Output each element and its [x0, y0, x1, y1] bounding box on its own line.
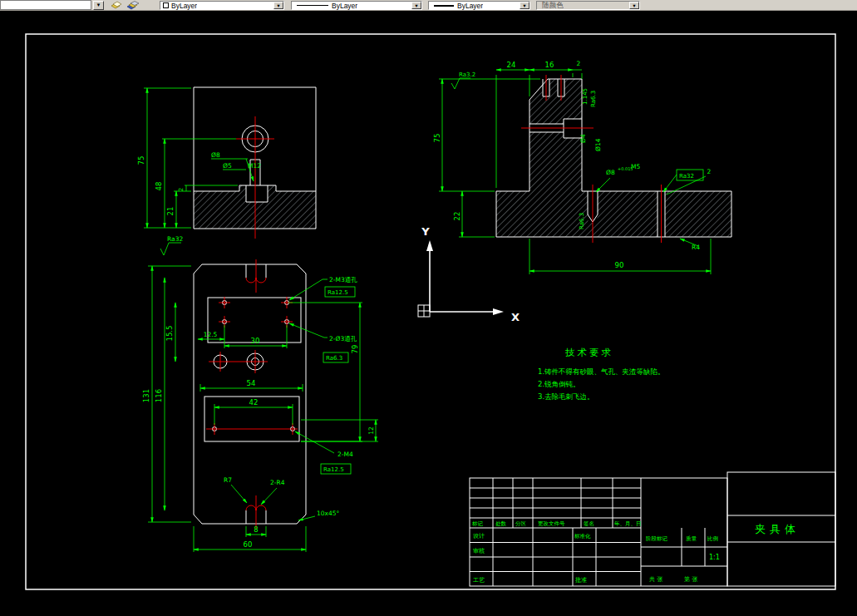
tb-scale-value: 1:1	[709, 554, 720, 561]
tb-craft: 工艺	[473, 577, 485, 584]
label-dia14: Ø14	[594, 138, 602, 151]
tb-count: 处数	[495, 520, 507, 527]
dim-42: 42	[249, 398, 259, 407]
color-value: ByLayer	[171, 2, 197, 10]
dim-75-section: 75	[433, 134, 441, 143]
label-ra6-3-top: Ra6.3	[590, 91, 597, 107]
label-dia8-m5: Ø8	[606, 169, 615, 176]
dim-12: 12	[367, 426, 375, 435]
tb-sign: 签名	[584, 520, 594, 527]
ucs-y-arrow-icon	[426, 240, 433, 251]
ucs-x-label: X	[511, 311, 520, 323]
part-name: 夹具体	[755, 523, 800, 535]
tb-check: 审核	[473, 548, 485, 554]
ucs-icon: Y X	[418, 225, 520, 323]
tb-design: 设计	[473, 533, 485, 540]
surface-finish-icon	[451, 78, 470, 89]
plotstyle-value: 随颜色	[542, 1, 564, 11]
tech-req-item-2: 2.锐角倒钝。	[538, 380, 580, 388]
dim-30: 30	[251, 337, 260, 345]
linetype-control-combo[interactable]: ByLayer ▼	[291, 1, 422, 10]
label-dia8: Ø8	[211, 151, 220, 159]
label-r7: R7	[224, 476, 232, 484]
tb-date: 年、月、日	[614, 520, 642, 527]
label-ra32: Ra32	[167, 235, 183, 243]
dim-2-slot: 2	[707, 168, 712, 175]
tb-mark: 标记	[471, 520, 484, 527]
dim-15-5: 15.5	[165, 326, 174, 342]
label-ra6-3: Ra6.3	[326, 355, 342, 362]
plan-view: 131 116 15.5 12.5 30 54 42 12 79 8 60 2-…	[142, 259, 378, 552]
label-2-m4: 2-M4	[337, 451, 353, 458]
lineweight-combo-arrow-icon[interactable]: ▼	[520, 2, 529, 9]
tech-req-title: 技术要求	[564, 347, 613, 358]
toolbar-dropdown-arrow[interactable]: ▼	[93, 1, 104, 10]
label-2-m3: 2-M3通孔	[329, 276, 357, 283]
label-m5: M5	[631, 163, 640, 170]
linetype-value: ByLayer	[332, 2, 357, 10]
dim-116: 116	[155, 389, 163, 402]
linetype-sample	[297, 5, 328, 6]
dim-48: 48	[155, 182, 163, 191]
front-view: 75 48 21 2 Ø8 Ø5 M12 Ra32	[137, 87, 316, 255]
tb-stage: 阶段标记	[646, 535, 668, 542]
object-properties-toolbar: ▼ ByLayer ▼ ByLayer ▼ ByLayer ▼ 随颜色 ▼	[0, 0, 857, 11]
tb-standard: 标准化	[574, 533, 591, 540]
label-dia5: Ø5	[223, 162, 232, 170]
label-ra3-2: Ra3.2	[459, 71, 475, 78]
section-view: 24 16 2 Ra3.2 75 22 90 1.145 Ra6.3 Ø4 Ø1…	[433, 60, 731, 274]
linetype-combo-arrow-icon[interactable]: ▼	[411, 2, 421, 9]
color-combo-arrow-icon[interactable]: ▼	[273, 2, 283, 9]
tech-req-item-1: 1.铸件不得有砂眼、气孔、夹渣等缺陷。	[538, 367, 665, 376]
dim-21: 21	[166, 207, 175, 216]
title-block: 标记 处数 分区 更改文件号 签名 年、月、日 设计 标准化 审核 工艺 批准 …	[470, 472, 835, 586]
tb-zone: 分区	[515, 520, 527, 527]
dim-2-top: 2	[577, 60, 581, 67]
surface-finish-icon	[160, 243, 181, 255]
tb-approve: 批准	[575, 577, 587, 584]
dim-54: 54	[247, 379, 256, 387]
layers-icon[interactable]	[126, 1, 139, 10]
label-1145: 1.145	[582, 88, 589, 105]
tb-sheets: 共 张	[649, 576, 662, 583]
tb-scale-label: 比例	[707, 535, 718, 542]
dim-79: 79	[351, 345, 359, 354]
tech-req-item-3: 3.去除毛刺飞边。	[538, 392, 594, 401]
color-swatch	[163, 2, 169, 8]
drawing-canvas[interactable]: 75 48 21 2 Ø8 Ø5 M12 Ra32	[0, 0, 857, 616]
tb-sheet-no: 第 张	[684, 576, 697, 583]
dim-2: 2	[178, 188, 185, 191]
layer-control-remnant[interactable]	[0, 0, 91, 10]
label-ra12-5-b: Ra12.5	[323, 466, 344, 473]
plotstyle-control-combo: 随颜色 ▼	[536, 1, 640, 10]
label-r4: R4	[692, 244, 700, 251]
label-chamfer: 10x45°	[317, 510, 340, 517]
lineweight-control-combo[interactable]: ByLayer ▼	[428, 1, 530, 10]
label-2-r4: 2-R4	[270, 479, 285, 486]
dim-75: 75	[137, 156, 145, 165]
lineweight-sample	[434, 5, 454, 7]
plotstyle-combo-arrow-icon: ▼	[629, 2, 639, 9]
cad-application-window: { "toolbar": { "color": "ByLayer", "line…	[0, 0, 857, 616]
color-control-combo[interactable]: ByLayer ▼	[160, 1, 284, 10]
dim-12-5: 12.5	[204, 331, 218, 338]
ucs-x-arrow-icon	[493, 308, 504, 315]
label-ra12-5-a: Ra12.5	[328, 289, 348, 296]
make-layer-current-icon[interactable]	[110, 1, 122, 10]
tb-doc: 更改文件号	[538, 520, 565, 527]
label-ra32-box: Ra32	[679, 173, 694, 180]
tb-weight: 质量	[686, 535, 697, 542]
dim-8: 8	[254, 525, 258, 534]
dim-60: 60	[244, 540, 253, 549]
dim-90: 90	[615, 261, 624, 269]
label-dia4: Ø4	[579, 134, 587, 143]
dim-131: 131	[142, 389, 150, 402]
label-2-dia3: 2-Ø3通孔	[329, 335, 357, 342]
dim-22: 22	[453, 212, 461, 221]
label-ra6-3-hole: Ra6.3	[579, 213, 585, 229]
lineweight-value: ByLayer	[457, 2, 483, 10]
dim-24: 24	[507, 61, 516, 69]
ucs-y-label: Y	[421, 225, 430, 238]
dim-16: 16	[545, 61, 554, 69]
label-m12: M12	[248, 162, 261, 170]
